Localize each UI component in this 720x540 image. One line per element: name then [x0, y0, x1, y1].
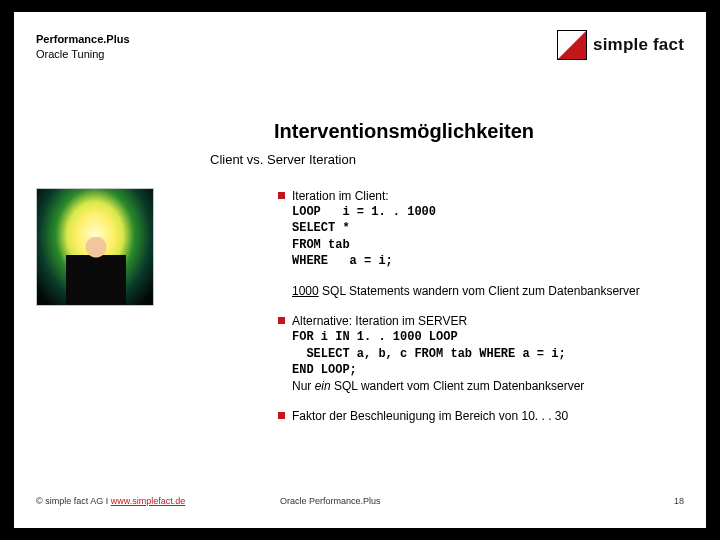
bullet-server-iteration: Alternative: Iteration im SERVER FOR i I…	[278, 313, 696, 394]
bullet-speedup-factor: Faktor der Beschleunigung im Bereich von…	[278, 408, 696, 424]
content-area: Iteration im Client: LOOP i = 1. . 1000 …	[278, 188, 696, 438]
illustration-image	[36, 188, 154, 306]
bullet-2-lead: Alternative: Iteration im SERVER	[292, 313, 696, 329]
header-line-2: Oracle Tuning	[36, 47, 130, 62]
page-title: Interventionsmöglichkeiten	[274, 120, 534, 143]
footer-left: © simple fact AG I www.simplefact.de	[36, 496, 185, 506]
footer-copyright: © simple fact AG I	[36, 496, 111, 506]
slide: Performance.Plus Oracle Tuning simple fa…	[14, 12, 706, 528]
logo-mark-icon	[557, 30, 587, 60]
note-count: 1000	[292, 284, 319, 298]
bullet-client-iteration: Iteration im Client: LOOP i = 1. . 1000 …	[278, 188, 696, 269]
note-1000-statements: 1000 SQL Statements wandern vom Client z…	[278, 283, 696, 299]
footer-center: Oracle Performance.Plus	[280, 496, 381, 506]
page-subtitle: Client vs. Server Iteration	[210, 152, 356, 167]
logo-text: simple fact	[593, 35, 684, 55]
bullet-3-text: Faktor der Beschleunigung im Bereich von…	[292, 409, 568, 423]
bullet-2-tail: Nur ein SQL wandert vom Client zum Daten…	[292, 378, 696, 394]
bullet-1-lead: Iteration im Client:	[292, 188, 696, 204]
bullet-2-code: FOR i IN 1. . 1000 LOOP SELECT a, b, c F…	[292, 329, 696, 378]
bullet-1-code: LOOP i = 1. . 1000 SELECT * FROM tab WHE…	[292, 204, 696, 269]
bullet-2-tail-pre: Nur	[292, 379, 315, 393]
bullet-2-tail-em: ein	[315, 379, 331, 393]
bullet-2-tail-post: SQL wandert vom Client zum Datenbankserv…	[331, 379, 585, 393]
footer-link[interactable]: www.simplefact.de	[111, 496, 186, 506]
header-title-block: Performance.Plus Oracle Tuning	[36, 32, 130, 62]
header-line-1: Performance.Plus	[36, 32, 130, 47]
logo: simple fact	[557, 30, 684, 60]
header: Performance.Plus Oracle Tuning simple fa…	[36, 32, 684, 74]
note-rest: SQL Statements wandern vom Client zum Da…	[319, 284, 640, 298]
footer-page-number: 18	[674, 496, 684, 506]
